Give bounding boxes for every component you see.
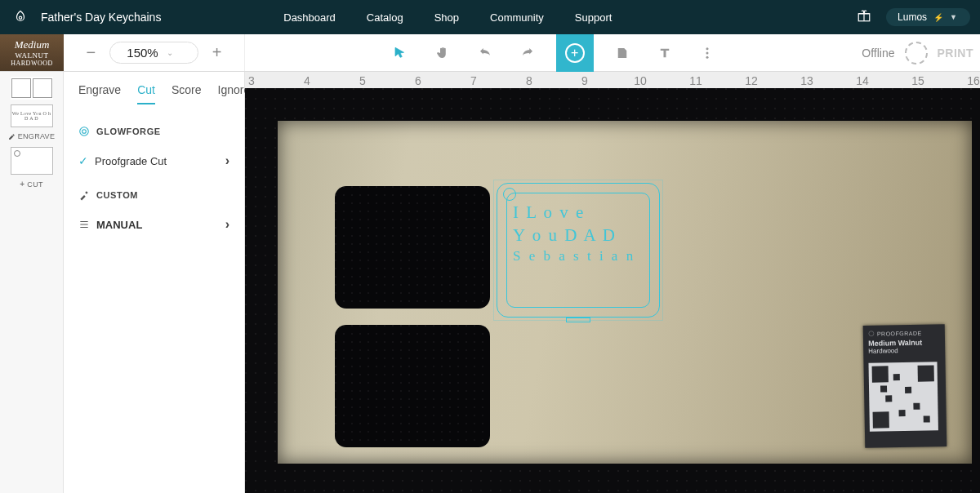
ruler-tick: 3 <box>248 74 255 87</box>
check-icon: ✓ <box>78 154 88 167</box>
engrave-text: I L o v e Y o u D A D S e b a s t i a n <box>513 201 647 304</box>
svg-point-4 <box>706 56 708 58</box>
ruler-tick: 13 <box>800 74 813 87</box>
printer-status-icon[interactable] <box>905 42 928 64</box>
ruler-tick: 15 <box>911 74 924 87</box>
ruler-tick: 6 <box>415 74 421 87</box>
toolbar: Medium WALNUT HARDWOOD − 150% ⌄ + + <box>0 34 980 72</box>
print-button[interactable]: PRINT <box>938 47 974 60</box>
ruler-tick: 11 <box>689 74 702 87</box>
ruler-tick: 12 <box>745 74 758 87</box>
svg-point-6 <box>80 127 89 136</box>
status-offline: Offline <box>862 47 894 60</box>
resize-handle[interactable] <box>566 318 590 322</box>
tab-engrave[interactable]: Engrave <box>78 83 121 104</box>
ruler-tick: 9 <box>581 74 588 87</box>
svg-point-5 <box>82 130 87 134</box>
add-shape-button[interactable]: + <box>556 34 594 72</box>
text-tool[interactable] <box>651 39 679 67</box>
option-proofgrade-cut[interactable]: ✓ Proofgrade Cut › <box>78 145 229 176</box>
gift-icon[interactable] <box>857 8 871 26</box>
canvas-tools: + <box>245 34 862 71</box>
chevron-down-icon: ▼ <box>950 13 957 21</box>
nav-dashboard[interactable]: Dashboard <box>283 11 336 24</box>
ruler-horizontal: 345678910111213141516 <box>245 72 980 88</box>
svg-point-3 <box>706 51 708 54</box>
material-sheet: I L o v e Y o u D A D S e b a s t i a n … <box>278 121 972 464</box>
layer-strip: We Love You O h D A D ENGRAVE + CUT <box>0 72 64 493</box>
option-manual[interactable]: MANUAL › <box>78 209 229 240</box>
main-area: We Love You O h D A D ENGRAVE + CUT Engr… <box>0 72 980 493</box>
material-line2: WALNUT <box>16 51 49 60</box>
layer-thumb-engrave[interactable]: We Love You O h D A D <box>11 104 53 127</box>
tab-score[interactable]: Score <box>172 83 202 104</box>
previous-cut-b <box>335 325 490 447</box>
qr-code-icon <box>869 362 938 431</box>
layer-thumb-shapes[interactable] <box>11 77 53 100</box>
bolt-icon <box>933 11 943 23</box>
material-line1: Medium <box>15 38 50 51</box>
hand-tool[interactable] <box>429 39 457 67</box>
tools-icon <box>78 189 90 201</box>
material-line3: HARDWOOD <box>11 60 53 67</box>
redo-button[interactable] <box>514 39 541 67</box>
nav-community[interactable]: Community <box>490 11 544 24</box>
ruler-tick: 10 <box>634 74 647 87</box>
undo-button[interactable] <box>471 39 499 67</box>
top-bar: Father's Day Keychains Dashboard Catalog… <box>0 0 980 34</box>
select-tool[interactable] <box>386 39 414 67</box>
plus-circle-icon: + <box>565 43 585 63</box>
zoom-controls: − 150% ⌄ + <box>64 34 245 71</box>
ruler-tick: 8 <box>526 74 532 87</box>
app-logo-icon[interactable] <box>10 10 31 24</box>
canvas[interactable]: 345678910111213141516 I L o v e Y o u D … <box>245 72 980 493</box>
chevron-right-icon: › <box>225 217 229 232</box>
section-glowforge: GLOWFORGE <box>78 126 229 137</box>
tab-cut[interactable]: Cut <box>137 83 155 104</box>
ruler-tick: 16 <box>967 74 980 87</box>
nav-catalog[interactable]: Catalog <box>367 11 403 24</box>
ruler-tick: 14 <box>856 74 869 87</box>
sticker-brand: PROOFGRADE <box>868 329 940 337</box>
sliders-icon <box>78 219 90 230</box>
nav-shop[interactable]: Shop <box>434 11 459 24</box>
more-menu[interactable] <box>693 39 721 67</box>
selected-design[interactable]: I L o v e Y o u D A D S e b a s t i a n <box>497 183 660 318</box>
layer-thumb-cut[interactable] <box>11 147 53 175</box>
svg-point-2 <box>706 47 708 50</box>
layer-label-engrave: ENGRAVE <box>8 132 55 140</box>
print-controls: Offline PRINT <box>862 34 980 71</box>
zoom-out-button[interactable]: − <box>80 42 101 64</box>
chevron-down-icon: ⌄ <box>167 48 173 57</box>
ruler-tick: 4 <box>304 74 310 87</box>
zoom-value: 150% <box>127 46 158 60</box>
layer-label-cut: + CUT <box>20 180 43 189</box>
svg-point-7 <box>869 331 874 336</box>
project-title[interactable]: Father's Day Keychains <box>31 11 161 24</box>
ruler-tick: 7 <box>470 74 477 87</box>
operation-tabs: Engrave Cut Score Ignore <box>78 83 229 113</box>
ruler-tick: 5 <box>359 74 366 87</box>
proofgrade-sticker: PROOFGRADE Medium Walnut Hardwood <box>863 324 947 448</box>
zoom-select[interactable]: 150% ⌄ <box>109 42 198 64</box>
main-nav: Dashboard Catalog Shop Community Support <box>283 11 612 24</box>
zoom-in-button[interactable]: + <box>207 42 228 64</box>
material-selector[interactable]: Medium WALNUT HARDWOOD <box>0 34 64 71</box>
previous-cut-a <box>335 186 490 309</box>
plus-icon: + <box>20 180 24 189</box>
user-menu[interactable]: Lumos ▼ <box>886 8 970 26</box>
import-artwork-button[interactable] <box>608 39 636 67</box>
user-name: Lumos <box>898 11 927 23</box>
svg-point-0 <box>19 16 21 19</box>
keychain-hole <box>503 188 516 201</box>
nav-support[interactable]: Support <box>575 11 612 24</box>
settings-panel: Engrave Cut Score Ignore GLOWFORGE ✓ Pro… <box>64 72 245 493</box>
section-custom: CUSTOM <box>78 189 229 201</box>
chevron-right-icon: › <box>225 153 229 168</box>
glowforge-icon <box>78 126 90 137</box>
